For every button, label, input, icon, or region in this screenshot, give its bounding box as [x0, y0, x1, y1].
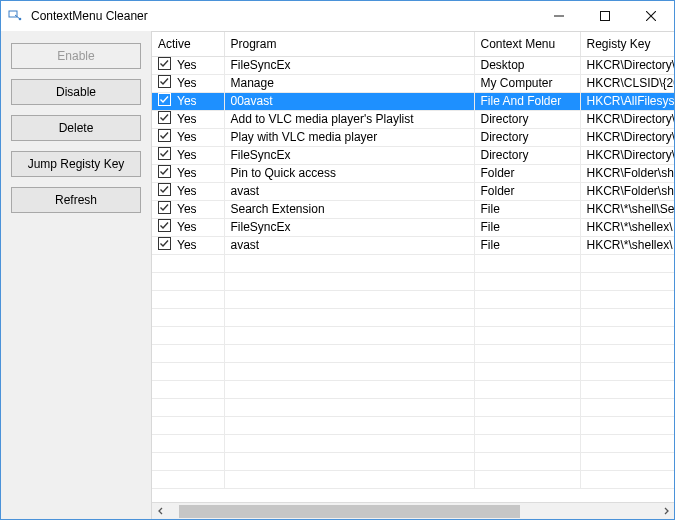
cell-active: Yes: [152, 110, 224, 128]
cell-active: Yes: [152, 128, 224, 146]
delete-button[interactable]: Delete: [11, 115, 141, 141]
cell-program: 00avast: [224, 92, 474, 110]
button-label: Disable: [56, 85, 96, 99]
cell-regkey: HKCR\Directory\: [580, 110, 674, 128]
cell-active: Yes: [152, 236, 224, 254]
cell-regkey: HKCR\*\shell\Se: [580, 200, 674, 218]
app-icon: [1, 9, 29, 23]
header-row: Active Program Context Menu Registy Key: [152, 32, 674, 56]
cell-program: Pin to Quick access: [224, 164, 474, 182]
active-label: Yes: [177, 112, 197, 126]
table-body: Yes FileSyncExDesktopHKCR\Directory\YesM…: [152, 56, 674, 488]
table-row-empty: ....: [152, 362, 674, 380]
active-label: Yes: [177, 220, 197, 234]
col-context[interactable]: Context Menu: [474, 32, 580, 56]
cell-active: Yes: [152, 182, 224, 200]
cell-program: FileSyncEx: [224, 146, 474, 164]
svg-rect-2: [601, 12, 610, 21]
minimize-button[interactable]: [536, 1, 582, 31]
row-checkbox[interactable]: [158, 165, 171, 181]
cell-program: Search Extension: [224, 200, 474, 218]
cell-regkey: HKCR\CLSID\{20: [580, 74, 674, 92]
cell-regkey: HKCR\AllFilesyst: [580, 92, 674, 110]
cell-active: Yes: [152, 200, 224, 218]
horizontal-scrollbar[interactable]: [152, 502, 674, 519]
cell-program: avast: [224, 236, 474, 254]
table-row-empty: ....: [152, 416, 674, 434]
cell-context: Directory: [474, 110, 580, 128]
row-checkbox[interactable]: [158, 147, 171, 163]
scroll-thumb[interactable]: [179, 505, 521, 518]
cell-context: File And Folder: [474, 92, 580, 110]
row-checkbox[interactable]: [158, 201, 171, 217]
data-grid[interactable]: Active Program Context Menu Registy Key …: [152, 32, 674, 502]
table-row-empty: ....: [152, 308, 674, 326]
table-row[interactable]: YesManageMy ComputerHKCR\CLSID\{20: [152, 74, 674, 92]
cell-regkey: HKCR\Directory\: [580, 128, 674, 146]
scroll-left-icon[interactable]: [152, 503, 169, 520]
row-checkbox[interactable]: [158, 57, 171, 73]
close-button[interactable]: [628, 1, 674, 31]
row-checkbox[interactable]: [158, 219, 171, 235]
table-row-empty: ....: [152, 272, 674, 290]
table-row[interactable]: YesAdd to VLC media player's PlaylistDir…: [152, 110, 674, 128]
table-row[interactable]: YesSearch ExtensionFileHKCR\*\shell\Se: [152, 200, 674, 218]
maximize-button[interactable]: [582, 1, 628, 31]
table-row-empty: ....: [152, 470, 674, 488]
cell-regkey: HKCR\Folder\she: [580, 182, 674, 200]
cell-context: File: [474, 218, 580, 236]
table-row[interactable]: YesavastFileHKCR\*\shellex\: [152, 236, 674, 254]
table-row[interactable]: Yes FileSyncExDirectoryHKCR\Directory\: [152, 146, 674, 164]
cell-active: Yes: [152, 56, 224, 74]
table-row-empty: ....: [152, 290, 674, 308]
row-checkbox[interactable]: [158, 93, 171, 109]
cell-context: File: [474, 200, 580, 218]
table-row-empty: ....: [152, 326, 674, 344]
col-program[interactable]: Program: [224, 32, 474, 56]
active-label: Yes: [177, 202, 197, 216]
active-label: Yes: [177, 184, 197, 198]
cell-context: Directory: [474, 146, 580, 164]
cell-context: File: [474, 236, 580, 254]
cell-context: Folder: [474, 164, 580, 182]
table-row[interactable]: Yes FileSyncExDesktopHKCR\Directory\: [152, 56, 674, 74]
scroll-track[interactable]: [169, 503, 657, 519]
cell-active: Yes: [152, 92, 224, 110]
window-title: ContextMenu Cleaner: [29, 9, 148, 23]
col-regkey[interactable]: Registy Key: [580, 32, 674, 56]
active-label: Yes: [177, 94, 197, 108]
refresh-button[interactable]: Refresh: [11, 187, 141, 213]
table-row[interactable]: Yes00avastFile And FolderHKCR\AllFilesys…: [152, 92, 674, 110]
table-row[interactable]: YesavastFolderHKCR\Folder\she: [152, 182, 674, 200]
table-row[interactable]: YesPlay with VLC media playerDirectoryHK…: [152, 128, 674, 146]
cell-active: Yes: [152, 164, 224, 182]
active-label: Yes: [177, 130, 197, 144]
button-label: Refresh: [55, 193, 97, 207]
active-label: Yes: [177, 76, 197, 90]
table-row-empty: ....: [152, 254, 674, 272]
active-label: Yes: [177, 238, 197, 252]
main: Active Program Context Menu Registy Key …: [151, 31, 674, 519]
row-checkbox[interactable]: [158, 183, 171, 199]
row-checkbox[interactable]: [158, 75, 171, 91]
table-row[interactable]: YesPin to Quick accessFolderHKCR\Folder\…: [152, 164, 674, 182]
context-menu-table: Active Program Context Menu Registy Key …: [152, 32, 674, 489]
disable-button[interactable]: Disable: [11, 79, 141, 105]
app-window: ContextMenu Cleaner EnableDisableDeleteJ…: [0, 0, 675, 520]
cell-regkey: HKCR\*\shellex\: [580, 236, 674, 254]
table-row[interactable]: Yes FileSyncExFileHKCR\*\shellex\: [152, 218, 674, 236]
row-checkbox[interactable]: [158, 111, 171, 127]
cell-active: Yes: [152, 74, 224, 92]
col-active[interactable]: Active: [152, 32, 224, 56]
cell-program: Manage: [224, 74, 474, 92]
row-checkbox[interactable]: [158, 129, 171, 145]
row-checkbox[interactable]: [158, 237, 171, 253]
cell-context: Directory: [474, 128, 580, 146]
grid-wrap: Active Program Context Menu Registy Key …: [151, 32, 674, 519]
table-row-empty: ....: [152, 398, 674, 416]
button-label: Enable: [57, 49, 94, 63]
sidebar: EnableDisableDeleteJump Registy KeyRefre…: [1, 31, 151, 519]
jumpreg-button[interactable]: Jump Registy Key: [11, 151, 141, 177]
cell-context: Folder: [474, 182, 580, 200]
scroll-right-icon[interactable]: [657, 503, 674, 520]
